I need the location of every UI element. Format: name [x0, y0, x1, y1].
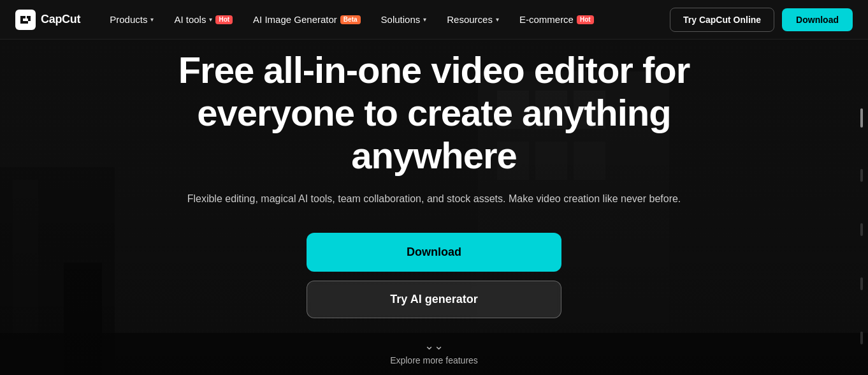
download-hero-button[interactable]: Download	[307, 233, 561, 272]
ai-generator-button[interactable]: Try AI generator	[307, 281, 561, 318]
nav-label-ecommerce: E-commerce	[519, 14, 574, 25]
chevron-double-icon: ⌄⌄	[424, 340, 444, 351]
hero-content: Free all-in-one video editor for everyon…	[147, 49, 721, 365]
hot-badge-aitools: Hot	[215, 15, 233, 24]
nav-items: Products ▾ AI tools ▾ Hot AI Image Gener…	[101, 9, 670, 30]
scroll-dot	[860, 332, 863, 344]
nav-item-solutions[interactable]: Solutions ▾	[372, 9, 436, 30]
logo-text: CapCut	[41, 13, 80, 26]
hero-subtitle: Flexible editing, magical AI tools, team…	[160, 191, 708, 207]
explore-text: Explore more features	[390, 355, 478, 365]
hero-title: Free all-in-one video editor for everyon…	[160, 49, 708, 177]
scroll-indicators	[860, 91, 863, 362]
hero-section: Free all-in-one video editor for everyon…	[0, 40, 868, 375]
download-nav-button[interactable]: Download	[782, 8, 853, 31]
hot-badge-ecommerce: Hot	[577, 15, 594, 24]
nav-right: Try CapCut Online Download	[670, 8, 853, 32]
nav-label-ai-image: AI Image Generator	[253, 14, 337, 25]
chevron-down-icon-aitools: ▾	[209, 16, 212, 23]
nav-label-aitools: AI tools	[174, 14, 206, 25]
chevron-down-icon: ▾	[150, 16, 154, 23]
nav-item-products[interactable]: Products ▾	[101, 9, 163, 30]
scroll-dot	[860, 169, 863, 182]
explore-section: ⌄⌄ Explore more features	[390, 340, 478, 365]
nav-label-products: Products	[110, 14, 147, 25]
navbar: CapCut Products ▾ AI tools ▾ Hot AI Imag…	[0, 0, 868, 40]
chevron-down-icon-resources: ▾	[496, 16, 499, 23]
nav-label-resources: Resources	[447, 14, 493, 25]
nav-item-ecommerce[interactable]: E-commerce Hot	[510, 9, 603, 30]
nav-label-solutions: Solutions	[381, 14, 421, 25]
chevron-down-icon-solutions: ▾	[423, 16, 426, 23]
nav-item-aitools[interactable]: AI tools ▾ Hot	[165, 9, 242, 30]
hero-buttons: Download Try AI generator ⌄⌄ Explore mor…	[160, 233, 708, 365]
scroll-dot	[860, 277, 863, 290]
beta-badge-ai-image: Beta	[340, 15, 361, 24]
svg-rect-0	[15, 10, 36, 30]
capcut-logo-icon	[15, 10, 36, 30]
logo[interactable]: CapCut	[15, 10, 80, 30]
scroll-dot	[860, 223, 863, 236]
try-capcut-online-button[interactable]: Try CapCut Online	[670, 8, 774, 32]
scroll-dot	[860, 108, 863, 128]
nav-item-ai-image[interactable]: AI Image Generator Beta	[244, 9, 369, 30]
nav-item-resources[interactable]: Resources ▾	[438, 9, 508, 30]
